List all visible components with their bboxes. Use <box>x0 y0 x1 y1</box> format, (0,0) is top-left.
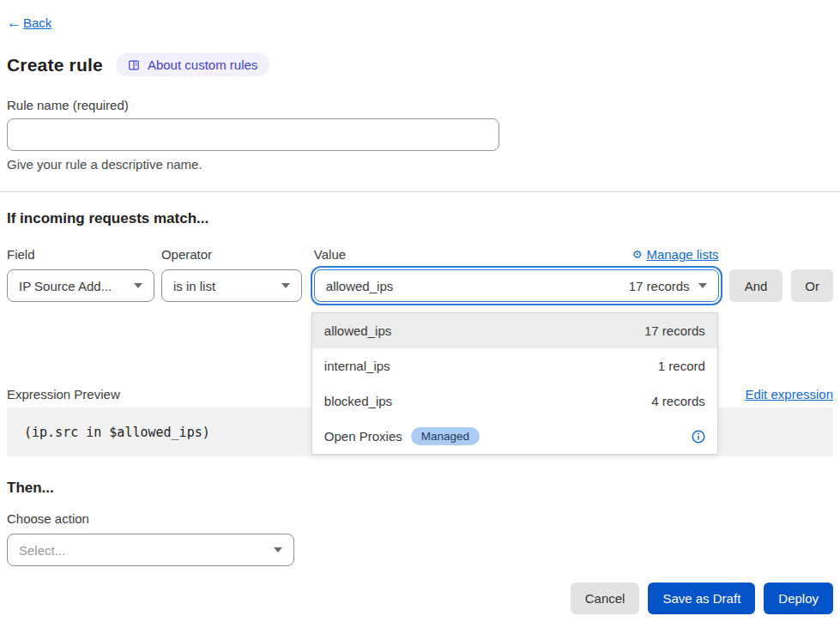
operator-column: Operator is in list <box>161 245 302 302</box>
back-link[interactable]: ←Back <box>7 15 51 30</box>
chevron-down-icon <box>274 547 282 552</box>
managed-badge: Managed <box>411 427 480 445</box>
footer-actions: Cancel Save as Draft Deploy <box>7 583 833 614</box>
title-row: Create rule About custom rules <box>7 53 833 76</box>
expression-preview-label: Expression Preview <box>7 387 120 402</box>
list-option-name: blocked_ips <box>324 394 392 408</box>
gear-icon: ⚙ <box>632 249 643 260</box>
operator-label: Operator <box>161 247 212 262</box>
manage-lists-link[interactable]: ⚙ Manage lists <box>632 247 719 262</box>
condition-row: Field IP Source Add... Operator is in li… <box>7 245 833 302</box>
list-dropdown-panel: allowed_ips 17 records internal_ips 1 re… <box>311 312 718 455</box>
back-label: Back <box>23 15 51 30</box>
save-as-draft-button[interactable]: Save as Draft <box>648 583 755 614</box>
field-column: Field IP Source Add... <box>7 245 154 302</box>
and-button[interactable]: And <box>729 269 783 302</box>
or-button[interactable]: Or <box>791 269 833 302</box>
action-select-placeholder: Select... <box>19 543 65 558</box>
value-select[interactable]: allowed_ips 17 records <box>314 269 719 302</box>
section-divider <box>0 191 840 192</box>
rule-name-helper: Give your rule a descriptive name. <box>7 157 833 172</box>
choose-action-label: Choose action <box>7 511 833 526</box>
list-option-blocked-ips[interactable]: blocked_ips 4 records <box>312 383 717 419</box>
about-custom-rules-link[interactable]: About custom rules <box>116 53 269 76</box>
value-select-value: allowed_ips <box>326 279 393 293</box>
operator-select[interactable]: is in list <box>161 269 302 302</box>
list-option-name: Open Proxies <box>324 429 402 444</box>
list-option-meta: 4 records <box>651 394 705 408</box>
list-option-meta: 17 records <box>644 323 705 338</box>
field-select-value: IP Source Add... <box>19 279 112 293</box>
list-option-open-proxies[interactable]: Open Proxies Managed <box>312 419 717 454</box>
list-option-name: internal_ips <box>324 359 390 373</box>
info-icon[interactable] <box>692 430 705 444</box>
value-column: Value ⚙ Manage lists allowed_ips 17 reco… <box>314 245 719 302</box>
field-label: Field <box>7 247 35 262</box>
then-section-heading: Then... <box>7 480 833 497</box>
about-custom-rules-label: About custom rules <box>148 57 257 72</box>
chevron-down-icon <box>281 283 290 288</box>
page-title: Create rule <box>7 55 103 75</box>
list-option-meta: 1 record <box>658 359 705 373</box>
edit-expression-link[interactable]: Edit expression <box>745 387 833 402</box>
cancel-button[interactable]: Cancel <box>571 583 640 614</box>
list-option-name: allowed_ips <box>324 323 391 338</box>
back-arrow-icon: ← <box>7 15 21 30</box>
manage-lists-label: Manage lists <box>646 247 718 262</box>
value-select-meta: 17 records <box>629 279 690 293</box>
value-label: Value <box>314 247 346 262</box>
list-option-internal-ips[interactable]: internal_ips 1 record <box>312 348 717 383</box>
rule-name-input[interactable] <box>7 118 499 151</box>
field-select[interactable]: IP Source Add... <box>7 269 154 302</box>
create-rule-page: ←Back Create rule About custom rules Rul… <box>0 0 840 614</box>
action-select[interactable]: Select... <box>7 534 294 566</box>
list-option-allowed-ips[interactable]: allowed_ips 17 records <box>312 313 717 348</box>
chevron-down-icon <box>698 283 707 288</box>
book-icon <box>128 59 140 71</box>
deploy-button[interactable]: Deploy <box>764 583 833 614</box>
rule-name-label: Rule name (required) <box>7 98 833 112</box>
chevron-down-icon <box>134 283 142 288</box>
operator-select-value: is in list <box>173 279 215 293</box>
match-section-heading: If incoming requests match... <box>7 210 833 227</box>
